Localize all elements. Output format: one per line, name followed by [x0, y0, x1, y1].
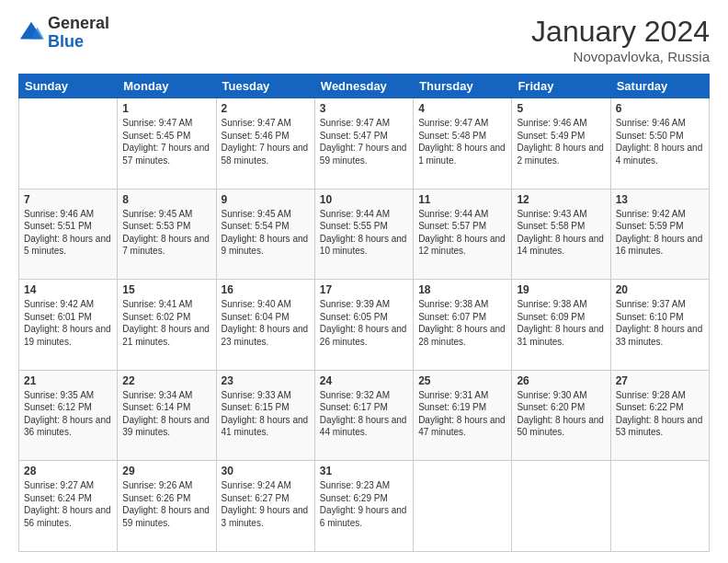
- calendar-cell: 31Sunrise: 9:23 AM Sunset: 6:29 PM Dayli…: [314, 461, 413, 552]
- logo-text: General Blue: [48, 15, 109, 52]
- calendar-cell: [19, 98, 118, 190]
- day-content: Sunrise: 9:47 AM Sunset: 5:48 PM Dayligh…: [418, 117, 506, 167]
- calendar-page: General Blue January 2024 Novopavlovka, …: [0, 0, 728, 563]
- col-header-wednesday: Wednesday: [314, 75, 413, 98]
- location: Novopavlovka, Russia: [531, 49, 710, 64]
- week-row-5: 28Sunrise: 9:27 AM Sunset: 6:24 PM Dayli…: [19, 461, 710, 552]
- day-number: 20: [616, 283, 704, 296]
- calendar-cell: 25Sunrise: 9:31 AM Sunset: 6:19 PM Dayli…: [414, 370, 512, 461]
- calendar-cell: 17Sunrise: 9:39 AM Sunset: 6:05 PM Dayli…: [314, 280, 413, 371]
- week-row-1: 1Sunrise: 9:47 AM Sunset: 5:45 PM Daylig…: [19, 98, 710, 190]
- day-number: 14: [24, 283, 112, 296]
- calendar-cell: 15Sunrise: 9:41 AM Sunset: 6:02 PM Dayli…: [118, 280, 216, 371]
- day-number: 25: [418, 374, 506, 387]
- day-content: Sunrise: 9:38 AM Sunset: 6:07 PM Dayligh…: [418, 298, 506, 348]
- calendar-cell: [414, 461, 512, 552]
- day-number: 28: [24, 465, 112, 477]
- col-header-friday: Friday: [512, 75, 610, 98]
- calendar-cell: 29Sunrise: 9:26 AM Sunset: 6:26 PM Dayli…: [118, 461, 216, 552]
- calendar-cell: 26Sunrise: 9:30 AM Sunset: 6:20 PM Dayli…: [512, 370, 610, 461]
- day-number: 24: [320, 374, 408, 387]
- day-content: Sunrise: 9:47 AM Sunset: 5:47 PM Dayligh…: [320, 117, 408, 167]
- col-header-monday: Monday: [118, 75, 216, 98]
- day-content: Sunrise: 9:44 AM Sunset: 5:57 PM Dayligh…: [418, 208, 506, 258]
- calendar-cell: 18Sunrise: 9:38 AM Sunset: 6:07 PM Dayli…: [414, 280, 512, 371]
- day-content: Sunrise: 9:26 AM Sunset: 6:26 PM Dayligh…: [122, 479, 210, 529]
- calendar-cell: 4Sunrise: 9:47 AM Sunset: 5:48 PM Daylig…: [414, 98, 512, 190]
- day-number: 19: [517, 283, 605, 296]
- day-number: 31: [320, 465, 408, 477]
- calendar-cell: 20Sunrise: 9:37 AM Sunset: 6:10 PM Dayli…: [610, 280, 709, 371]
- calendar-cell: 6Sunrise: 9:46 AM Sunset: 5:50 PM Daylig…: [610, 98, 709, 190]
- day-number: 12: [517, 193, 605, 206]
- day-number: 16: [222, 283, 310, 296]
- calendar-cell: [512, 461, 610, 552]
- calendar-cell: 27Sunrise: 9:28 AM Sunset: 6:22 PM Dayli…: [610, 370, 709, 461]
- calendar-cell: [610, 461, 709, 552]
- day-number: 7: [24, 193, 112, 206]
- calendar-cell: 23Sunrise: 9:33 AM Sunset: 6:15 PM Dayli…: [216, 370, 314, 461]
- day-number: 4: [418, 102, 506, 115]
- logo: General Blue: [18, 15, 109, 52]
- day-number: 22: [122, 374, 210, 387]
- day-number: 15: [122, 283, 210, 296]
- week-row-2: 7Sunrise: 9:46 AM Sunset: 5:51 PM Daylig…: [19, 189, 710, 280]
- day-content: Sunrise: 9:42 AM Sunset: 5:59 PM Dayligh…: [616, 208, 704, 258]
- day-content: Sunrise: 9:43 AM Sunset: 5:58 PM Dayligh…: [517, 208, 605, 258]
- week-row-4: 21Sunrise: 9:35 AM Sunset: 6:12 PM Dayli…: [19, 370, 710, 461]
- calendar-cell: 19Sunrise: 9:38 AM Sunset: 6:09 PM Dayli…: [512, 280, 610, 371]
- col-header-sunday: Sunday: [19, 75, 118, 98]
- day-content: Sunrise: 9:45 AM Sunset: 5:53 PM Dayligh…: [122, 208, 210, 258]
- calendar-cell: 2Sunrise: 9:47 AM Sunset: 5:46 PM Daylig…: [216, 98, 314, 190]
- col-header-thursday: Thursday: [414, 75, 512, 98]
- day-content: Sunrise: 9:46 AM Sunset: 5:50 PM Dayligh…: [616, 117, 704, 167]
- col-header-saturday: Saturday: [610, 75, 709, 98]
- day-content: Sunrise: 9:46 AM Sunset: 5:51 PM Dayligh…: [24, 208, 112, 258]
- day-content: Sunrise: 9:45 AM Sunset: 5:54 PM Dayligh…: [222, 208, 310, 258]
- logo-general: General: [48, 14, 109, 32]
- day-content: Sunrise: 9:27 AM Sunset: 6:24 PM Dayligh…: [24, 479, 112, 529]
- day-number: 30: [222, 465, 310, 477]
- day-content: Sunrise: 9:33 AM Sunset: 6:15 PM Dayligh…: [222, 389, 310, 439]
- day-number: 9: [222, 193, 310, 206]
- calendar-cell: 3Sunrise: 9:47 AM Sunset: 5:47 PM Daylig…: [314, 98, 413, 190]
- month-year: January 2024: [531, 15, 710, 49]
- day-content: Sunrise: 9:38 AM Sunset: 6:09 PM Dayligh…: [517, 298, 605, 348]
- day-number: 2: [222, 102, 310, 115]
- day-number: 6: [616, 102, 704, 115]
- calendar-cell: 12Sunrise: 9:43 AM Sunset: 5:58 PM Dayli…: [512, 189, 610, 280]
- calendar-cell: 30Sunrise: 9:24 AM Sunset: 6:27 PM Dayli…: [216, 461, 314, 552]
- day-content: Sunrise: 9:35 AM Sunset: 6:12 PM Dayligh…: [24, 389, 112, 439]
- day-number: 11: [418, 193, 506, 206]
- day-content: Sunrise: 9:41 AM Sunset: 6:02 PM Dayligh…: [122, 298, 210, 348]
- calendar-cell: 7Sunrise: 9:46 AM Sunset: 5:51 PM Daylig…: [19, 189, 118, 280]
- day-content: Sunrise: 9:34 AM Sunset: 6:14 PM Dayligh…: [122, 389, 210, 439]
- logo-blue: Blue: [48, 32, 84, 51]
- calendar-cell: 5Sunrise: 9:46 AM Sunset: 5:49 PM Daylig…: [512, 98, 610, 190]
- day-number: 17: [320, 283, 408, 296]
- day-number: 29: [122, 465, 210, 477]
- day-content: Sunrise: 9:47 AM Sunset: 5:45 PM Dayligh…: [122, 117, 210, 167]
- day-number: 21: [24, 374, 112, 387]
- day-content: Sunrise: 9:47 AM Sunset: 5:46 PM Dayligh…: [222, 117, 310, 167]
- calendar-cell: 16Sunrise: 9:40 AM Sunset: 6:04 PM Dayli…: [216, 280, 314, 371]
- day-number: 5: [517, 102, 605, 115]
- day-content: Sunrise: 9:40 AM Sunset: 6:04 PM Dayligh…: [222, 298, 310, 348]
- day-content: Sunrise: 9:31 AM Sunset: 6:19 PM Dayligh…: [418, 389, 506, 439]
- calendar-cell: 28Sunrise: 9:27 AM Sunset: 6:24 PM Dayli…: [19, 461, 118, 552]
- day-content: Sunrise: 9:46 AM Sunset: 5:49 PM Dayligh…: [517, 117, 605, 167]
- logo-icon: [18, 20, 44, 46]
- calendar-cell: 1Sunrise: 9:47 AM Sunset: 5:45 PM Daylig…: [118, 98, 216, 190]
- calendar-cell: 8Sunrise: 9:45 AM Sunset: 5:53 PM Daylig…: [118, 189, 216, 280]
- day-number: 10: [320, 193, 408, 206]
- day-number: 23: [222, 374, 310, 387]
- day-number: 27: [616, 374, 704, 387]
- title-block: January 2024 Novopavlovka, Russia: [531, 15, 710, 64]
- calendar-cell: 22Sunrise: 9:34 AM Sunset: 6:14 PM Dayli…: [118, 370, 216, 461]
- day-number: 26: [517, 374, 605, 387]
- calendar-cell: 24Sunrise: 9:32 AM Sunset: 6:17 PM Dayli…: [314, 370, 413, 461]
- day-content: Sunrise: 9:28 AM Sunset: 6:22 PM Dayligh…: [616, 389, 704, 439]
- day-number: 3: [320, 102, 408, 115]
- calendar-table: SundayMondayTuesdayWednesdayThursdayFrid…: [18, 74, 710, 552]
- day-number: 13: [616, 193, 704, 206]
